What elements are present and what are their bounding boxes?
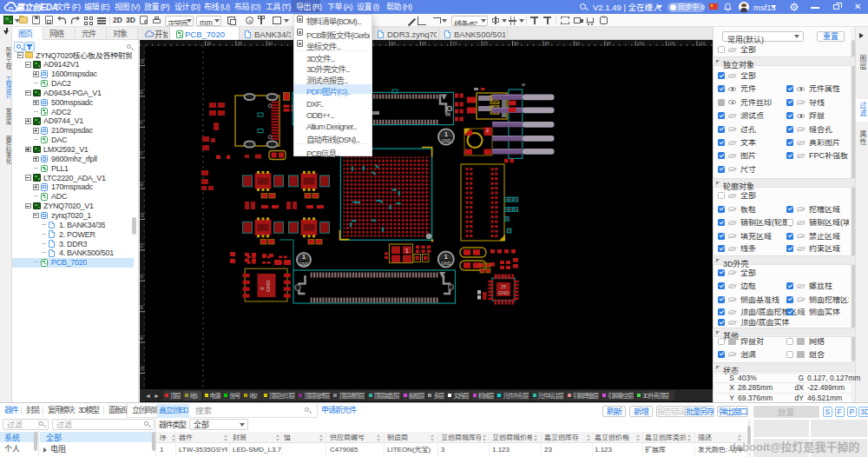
svg-text:105: 105 [667, 41, 675, 46]
svg-text:GND: GND [299, 262, 309, 267]
svg-text:40: 40 [268, 41, 273, 46]
svg-text:80: 80 [140, 89, 145, 95]
svg-text:1: 1 [444, 131, 448, 137]
svg-text:1: 1 [444, 254, 448, 260]
svg-text:45: 45 [140, 304, 145, 309]
svg-text:70: 70 [140, 150, 145, 156]
svg-text:30: 30 [207, 41, 212, 46]
svg-text:80: 80 [514, 41, 519, 46]
svg-text:55: 55 [140, 243, 145, 248]
svg-text:35: 35 [237, 41, 242, 46]
svg-text:65: 65 [422, 41, 427, 46]
svg-text:75: 75 [483, 41, 489, 46]
svg-text:GND: GND [498, 290, 509, 295]
svg-text:25: 25 [501, 284, 506, 289]
svg-text:2: 2 [486, 128, 489, 133]
svg-text:65: 65 [140, 182, 145, 187]
svg-text:GND: GND [441, 261, 451, 266]
svg-text:60: 60 [140, 212, 145, 217]
svg-text:85: 85 [544, 41, 549, 46]
svg-text:85: 85 [140, 58, 145, 63]
svg-text:95: 95 [606, 41, 611, 46]
svg-text:100: 100 [637, 41, 645, 46]
svg-text:GND: GND [266, 280, 271, 292]
svg-text:75: 75 [140, 120, 145, 125]
svg-text:GND: GND [441, 138, 451, 143]
svg-text:1: 1 [405, 248, 409, 254]
svg-text:70: 70 [452, 41, 457, 46]
svg-text:90: 90 [575, 41, 581, 46]
svg-text:50: 50 [140, 274, 145, 279]
svg-text:110: 110 [698, 41, 705, 46]
svg-text:1: 1 [302, 254, 306, 260]
svg-text:40: 40 [140, 335, 145, 341]
svg-text:60: 60 [391, 41, 396, 46]
svg-text:35: 35 [140, 366, 145, 371]
